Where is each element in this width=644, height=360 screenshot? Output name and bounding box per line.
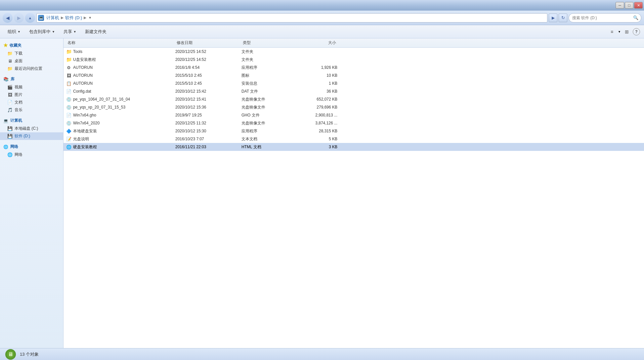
table-row[interactable]: 📁 Tools 2020/12/25 14:52 文件夹 bbox=[64, 48, 644, 56]
back-button[interactable]: ◀ bbox=[3, 13, 13, 23]
file-name: 📁 Tools bbox=[66, 49, 175, 54]
file-type: 安装信息 bbox=[241, 81, 294, 86]
file-name: 💿 pe_yqs_xp_20_07_31_15_53 bbox=[66, 105, 175, 110]
file-type: DAT 文件 bbox=[241, 89, 294, 94]
breadcrumb: 计算机 ▶ 软件 (D:) ▶ bbox=[45, 15, 86, 21]
sidebar-item-music[interactable]: 🎵 音乐 bbox=[0, 106, 63, 114]
sidebar-section-favorites: ★ 收藏夹 📁 下载 🖥 桌面 📁 最近访问的位置 bbox=[0, 41, 63, 72]
address-dropdown-arrow[interactable]: ▼ bbox=[88, 16, 92, 20]
table-row[interactable]: 💿 pe_yqs_1064_20_07_31_16_04 2020/10/12 … bbox=[64, 95, 644, 103]
library-icon: 📚 bbox=[3, 77, 9, 82]
minimize-button[interactable]: ─ bbox=[616, 2, 624, 9]
file-icon-dat: 📄 bbox=[66, 89, 71, 94]
new-folder-label: 新建文件夹 bbox=[85, 29, 107, 35]
search-icon: 🔍 bbox=[633, 15, 638, 20]
recent-label: 最近访问的位置 bbox=[15, 66, 42, 71]
document-icon: 📄 bbox=[7, 100, 13, 105]
col-header-type[interactable]: 类型 bbox=[241, 38, 294, 47]
sidebar-section-computer: 💻 计算机 💾 本地磁盘 (C:) 💾 软件 (D:) bbox=[0, 116, 63, 140]
file-type: GHO 文件 bbox=[241, 112, 294, 118]
sidebar: ★ 收藏夹 📁 下载 🖥 桌面 📁 最近访问的位置 📚 库 bbox=[0, 38, 64, 348]
table-row[interactable]: 📝 光盘说明 2016/10/23 7:07 文本文档 5 KB bbox=[64, 135, 644, 143]
file-size: 1,926 KB bbox=[294, 65, 337, 70]
table-row[interactable]: 💿 pe_yqs_xp_20_07_31_15_53 2020/10/12 15… bbox=[64, 103, 644, 111]
table-row[interactable]: 📄 Win7x64.gho 2019/9/7 19:25 GHO 文件 2,90… bbox=[64, 111, 644, 119]
file-date: 2020/10/12 15:42 bbox=[175, 89, 241, 94]
view-toggle-button[interactable]: ⊞ bbox=[622, 27, 631, 36]
file-type: 应用程序 bbox=[241, 128, 294, 134]
sidebar-item-document[interactable]: 📄 文档 bbox=[0, 99, 63, 106]
file-name: 📄 Win7x64.gho bbox=[66, 112, 175, 118]
table-row[interactable]: 📋 AUTORUN 2015/5/10 2:45 安装信息 1 KB bbox=[64, 79, 644, 87]
sidebar-network-header[interactable]: 🌐 网络 bbox=[0, 143, 63, 151]
help-button[interactable]: ? bbox=[633, 28, 640, 35]
col-header-name[interactable]: 名称 bbox=[66, 38, 175, 47]
table-row[interactable]: 🔷 本地硬盘安装 2020/10/12 15:30 应用程序 28,315 KB bbox=[64, 127, 644, 135]
file-name: ⚙ AUTORUN bbox=[66, 65, 175, 70]
sidebar-item-video[interactable]: 🎬 视频 bbox=[0, 83, 63, 91]
address-go-button[interactable]: ▶ bbox=[549, 14, 557, 22]
sidebar-item-recent[interactable]: 📁 最近访问的位置 bbox=[0, 65, 63, 72]
file-name: 🖼 AUTORUN bbox=[66, 73, 175, 78]
share-label: 共享 bbox=[64, 29, 72, 35]
nav-bar: ◀ ▶ ▲ 💻 计算机 ▶ 软件 (D:) ▶ ▼ ▶ ↻ 🔍 bbox=[0, 11, 644, 25]
share-button[interactable]: 共享 ▼ bbox=[60, 27, 80, 36]
sidebar-item-network[interactable]: 🌐 网络 bbox=[0, 151, 63, 158]
breadcrumb-sep-2: ▶ bbox=[84, 16, 86, 20]
address-bar[interactable]: 💻 计算机 ▶ 软件 (D:) ▶ ▼ bbox=[36, 13, 547, 22]
image-icon: 🖼 bbox=[7, 92, 13, 98]
breadcrumb-drive[interactable]: 软件 (D:) bbox=[64, 15, 83, 21]
file-date: 2020/12/25 14:52 bbox=[175, 57, 241, 62]
organize-button[interactable]: 组织 ▼ bbox=[4, 27, 24, 36]
file-date: 2020/12/25 11:32 bbox=[175, 121, 241, 125]
table-row[interactable]: ⚙ AUTORUN 2016/1/8 4:54 应用程序 1,926 KB bbox=[64, 64, 644, 71]
maximize-button[interactable]: □ bbox=[625, 2, 633, 9]
search-input[interactable] bbox=[572, 16, 632, 20]
status-bar: 🖥 13 个对象 bbox=[0, 348, 644, 360]
sidebar-favorites-header[interactable]: ★ 收藏夹 bbox=[0, 41, 63, 50]
music-label: 音乐 bbox=[15, 107, 22, 113]
sidebar-library-header[interactable]: 📚 库 bbox=[0, 75, 63, 83]
up-button[interactable]: ▲ bbox=[25, 13, 35, 23]
file-icon-iso: 💿 bbox=[66, 120, 71, 126]
sidebar-item-c-drive[interactable]: 💾 本地磁盘 (C:) bbox=[0, 125, 63, 132]
file-type: 应用程序 bbox=[241, 65, 294, 70]
col-header-size[interactable]: 大小 bbox=[294, 38, 337, 47]
file-name: 🔷 本地硬盘安装 bbox=[66, 128, 175, 134]
file-type: 文件夹 bbox=[241, 57, 294, 63]
new-folder-button[interactable]: 新建文件夹 bbox=[81, 27, 110, 36]
file-list-body[interactable]: 📁 Tools 2020/12/25 14:52 文件夹 📁 U盘安装教程 20… bbox=[64, 48, 644, 198]
table-row[interactable]: 🌐 硬盘安装教程 2016/11/21 22:03 HTML 文档 3 KB bbox=[64, 143, 644, 151]
refresh-button[interactable]: ↻ bbox=[559, 14, 567, 22]
table-row[interactable]: 📁 U盘安装教程 2020/12/25 14:52 文件夹 bbox=[64, 56, 644, 64]
downloads-folder-icon: 📁 bbox=[7, 51, 13, 56]
sidebar-item-downloads[interactable]: 📁 下载 bbox=[0, 50, 63, 57]
document-label: 文档 bbox=[15, 100, 22, 105]
c-drive-label: 本地磁盘 (C:) bbox=[15, 126, 38, 131]
breadcrumb-icon: 💻 bbox=[38, 15, 44, 21]
search-box[interactable]: 🔍 bbox=[569, 13, 641, 22]
file-icon-exe: ⚙ bbox=[66, 65, 71, 70]
downloads-label: 下载 bbox=[15, 51, 22, 56]
status-count: 13 个对象 bbox=[20, 351, 39, 357]
table-row[interactable]: 💿 Win7x64_2020 2020/12/25 11:32 光盘映像文件 3… bbox=[64, 119, 644, 127]
forward-button[interactable]: ▶ bbox=[14, 13, 24, 23]
breadcrumb-computer[interactable]: 计算机 bbox=[45, 15, 60, 21]
file-size: 3 KB bbox=[294, 145, 337, 149]
file-type: 光盘映像文件 bbox=[241, 120, 294, 126]
close-button[interactable]: ✕ bbox=[634, 2, 643, 9]
table-row[interactable]: 🖼 AUTORUN 2015/5/10 2:45 图标 10 KB bbox=[64, 71, 644, 79]
include-library-button[interactable]: 包含到库中 ▼ bbox=[25, 27, 59, 36]
share-dropdown-icon: ▼ bbox=[73, 30, 76, 33]
sidebar-computer-header[interactable]: 💻 计算机 bbox=[0, 116, 63, 125]
sidebar-item-d-drive[interactable]: 💾 软件 (D:) bbox=[0, 132, 63, 140]
view-button[interactable]: ≡ bbox=[607, 27, 617, 36]
file-icon-txt: 📝 bbox=[66, 136, 71, 142]
file-name: 💿 Win7x64_2020 bbox=[66, 120, 175, 126]
file-type: 光盘映像文件 bbox=[241, 97, 294, 102]
table-row[interactable]: 📄 Config.dat 2020/10/12 15:42 DAT 文件 36 … bbox=[64, 87, 644, 95]
file-icon-html: 🌐 bbox=[66, 144, 71, 150]
col-header-date[interactable]: 修改日期 bbox=[175, 38, 241, 47]
sidebar-item-desktop[interactable]: 🖥 桌面 bbox=[0, 57, 63, 65]
sidebar-item-image[interactable]: 🖼 图片 bbox=[0, 91, 63, 99]
